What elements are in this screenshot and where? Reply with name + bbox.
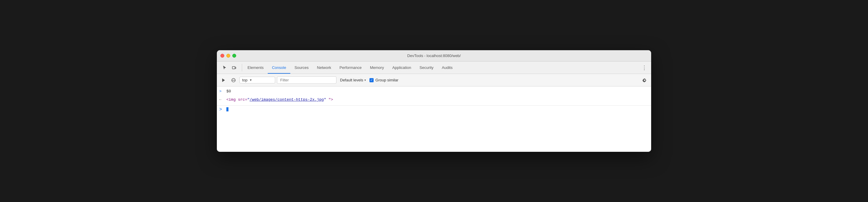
- html-tag-close: ">: [326, 97, 333, 102]
- tab-security[interactable]: Security: [415, 62, 438, 74]
- context-selector[interactable]: top ▼: [240, 77, 275, 83]
- tab-application[interactable]: Application: [388, 62, 415, 74]
- tab-audits[interactable]: Audits: [438, 62, 457, 74]
- console-cursor: [226, 107, 228, 111]
- tab-bar-icons: [218, 62, 241, 74]
- context-arrow: ▼: [249, 78, 252, 82]
- close-button[interactable]: [220, 54, 224, 58]
- filter-input[interactable]: [277, 76, 336, 84]
- execute-context-button[interactable]: [219, 76, 227, 85]
- console-line-result: > $0: [217, 88, 651, 96]
- console-input-line[interactable]: >: [217, 105, 651, 113]
- group-similar-checkbox[interactable]: ✓: [369, 78, 374, 82]
- tab-separator: [242, 64, 242, 71]
- html-src-link[interactable]: /web/images/content-https-2x.jpg: [250, 97, 324, 102]
- levels-selector[interactable]: Default levels ▾: [338, 77, 368, 83]
- console-html-content: <img src="/web/images/content-https-2x.j…: [226, 97, 333, 103]
- console-result-text: $0: [226, 89, 231, 95]
- devtools-window: DevTools - localhost:8080/web/ Elements: [217, 50, 651, 152]
- cursor-icon[interactable]: [220, 64, 229, 72]
- console-prompt-left: ←: [219, 97, 224, 103]
- clear-console-button[interactable]: [229, 76, 238, 85]
- tab-items: Elements Console Sources Network Perform…: [243, 62, 639, 74]
- traffic-lights: [220, 54, 236, 58]
- svg-rect-0: [232, 67, 235, 69]
- svg-marker-2: [222, 78, 225, 82]
- console-line-html: ← <img src="/web/images/content-https-2x…: [217, 96, 651, 104]
- tab-console[interactable]: Console: [268, 62, 290, 74]
- console-prompt-right: >: [219, 89, 224, 95]
- tab-performance[interactable]: Performance: [335, 62, 366, 74]
- html-tag-open: <img src=: [226, 97, 247, 102]
- svg-rect-1: [235, 67, 236, 69]
- console-output: > $0 ← <img src="/web/images/content-htt…: [217, 87, 651, 152]
- device-icon[interactable]: [230, 64, 238, 72]
- levels-arrow: ▾: [364, 78, 366, 82]
- more-tabs-button[interactable]: ⋮: [639, 62, 650, 74]
- title-bar: DevTools - localhost:8080/web/: [217, 50, 651, 62]
- minimize-button[interactable]: [226, 54, 230, 58]
- maximize-button[interactable]: [232, 54, 236, 58]
- window-title: DevTools - localhost:8080/web/: [407, 54, 461, 58]
- tab-bar: Elements Console Sources Network Perform…: [217, 62, 651, 74]
- console-toolbar: top ▼ Default levels ▾ ✓ Group similar: [217, 74, 651, 87]
- tab-elements[interactable]: Elements: [243, 62, 268, 74]
- html-attr-quote-open: ": [247, 97, 250, 102]
- group-similar-option: ✓ Group similar: [369, 78, 398, 82]
- settings-gear-button[interactable]: [641, 76, 649, 85]
- tab-network[interactable]: Network: [313, 62, 336, 74]
- tab-memory[interactable]: Memory: [366, 62, 388, 74]
- console-input-prompt: >: [219, 107, 224, 112]
- tab-sources[interactable]: Sources: [290, 62, 313, 74]
